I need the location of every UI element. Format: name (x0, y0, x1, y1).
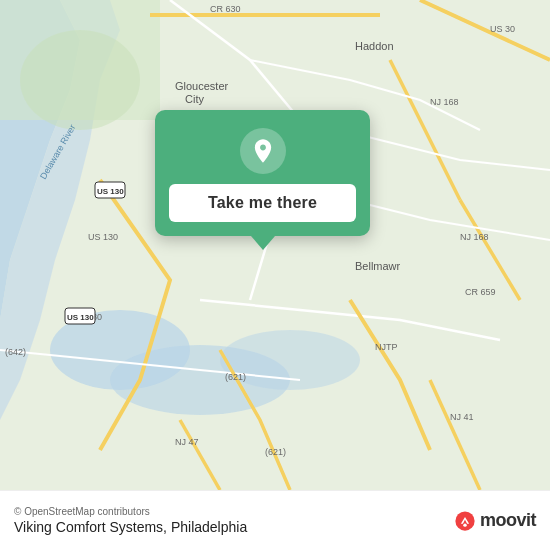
svg-text:US 130: US 130 (88, 232, 118, 242)
svg-text:City: City (185, 93, 204, 105)
map-container: CR 630 US 30 NJ 168 NJ 168 US 130 US 130… (0, 0, 550, 490)
location-pin-icon (249, 137, 277, 165)
svg-text:NJ 168: NJ 168 (430, 97, 459, 107)
moovit-text: moovit (480, 510, 536, 531)
svg-point-33 (455, 511, 474, 530)
svg-text:CR 659: CR 659 (465, 287, 496, 297)
map-background: CR 630 US 30 NJ 168 NJ 168 US 130 US 130… (0, 0, 550, 490)
svg-text:Bellmawr: Bellmawr (355, 260, 401, 272)
svg-text:US 130: US 130 (97, 187, 124, 196)
svg-text:Gloucester: Gloucester (175, 80, 229, 92)
moovit-logo: moovit (454, 510, 536, 532)
location-icon-circle (240, 128, 286, 174)
svg-text:Haddon: Haddon (355, 40, 394, 52)
bottom-bar: © OpenStreetMap contributors Viking Comf… (0, 490, 550, 550)
svg-text:CR 630: CR 630 (210, 4, 241, 14)
svg-text:(621): (621) (265, 447, 286, 457)
svg-text:(642): (642) (5, 347, 26, 357)
svg-text:US 130: US 130 (67, 313, 94, 322)
svg-point-5 (20, 30, 140, 130)
svg-text:(621): (621) (225, 372, 246, 382)
svg-text:NJ 41: NJ 41 (450, 412, 474, 422)
popup-card: Take me there (155, 110, 370, 236)
svg-text:NJ 47: NJ 47 (175, 437, 199, 447)
moovit-logo-icon (454, 510, 476, 532)
svg-text:NJTP: NJTP (375, 342, 398, 352)
svg-text:US 30: US 30 (490, 24, 515, 34)
svg-text:NJ 168: NJ 168 (460, 232, 489, 242)
take-me-there-button[interactable]: Take me there (169, 184, 356, 222)
svg-point-34 (463, 523, 466, 526)
